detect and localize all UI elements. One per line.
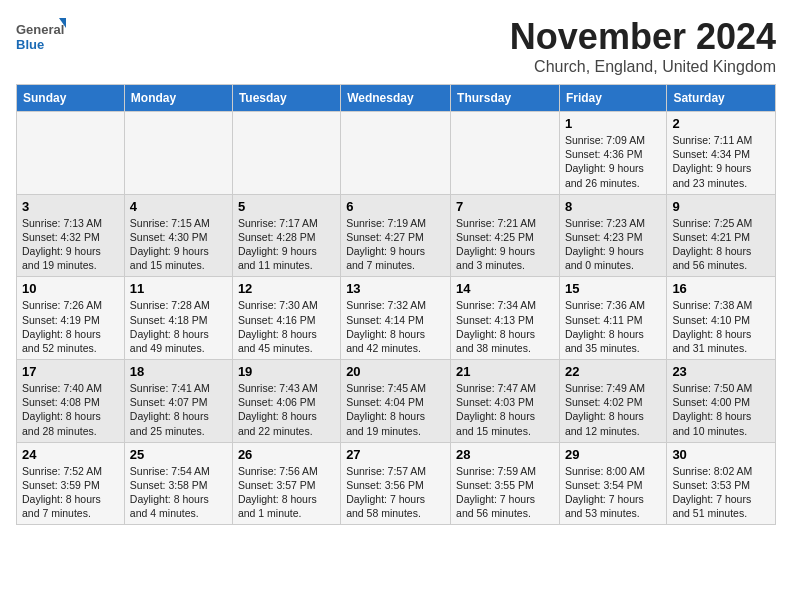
day-info: Sunrise: 7:47 AMSunset: 4:03 PMDaylight:… — [456, 381, 554, 438]
calendar-cell: 8Sunrise: 7:23 AMSunset: 4:23 PMDaylight… — [559, 194, 666, 277]
day-number: 29 — [565, 447, 661, 462]
calendar-cell: 6Sunrise: 7:19 AMSunset: 4:27 PMDaylight… — [341, 194, 451, 277]
day-info: Sunrise: 7:41 AMSunset: 4:07 PMDaylight:… — [130, 381, 227, 438]
calendar-cell: 13Sunrise: 7:32 AMSunset: 4:14 PMDayligh… — [341, 277, 451, 360]
calendar-table: SundayMondayTuesdayWednesdayThursdayFrid… — [16, 84, 776, 525]
calendar-cell: 24Sunrise: 7:52 AMSunset: 3:59 PMDayligh… — [17, 442, 125, 525]
day-number: 13 — [346, 281, 445, 296]
day-info: Sunrise: 7:09 AMSunset: 4:36 PMDaylight:… — [565, 133, 661, 190]
day-info: Sunrise: 7:49 AMSunset: 4:02 PMDaylight:… — [565, 381, 661, 438]
day-info: Sunrise: 7:13 AMSunset: 4:32 PMDaylight:… — [22, 216, 119, 273]
day-info: Sunrise: 7:21 AMSunset: 4:25 PMDaylight:… — [456, 216, 554, 273]
day-number: 20 — [346, 364, 445, 379]
day-info: Sunrise: 7:11 AMSunset: 4:34 PMDaylight:… — [672, 133, 770, 190]
calendar-cell: 1Sunrise: 7:09 AMSunset: 4:36 PMDaylight… — [559, 112, 666, 195]
day-info: Sunrise: 8:02 AMSunset: 3:53 PMDaylight:… — [672, 464, 770, 521]
calendar-cell: 15Sunrise: 7:36 AMSunset: 4:11 PMDayligh… — [559, 277, 666, 360]
day-number: 18 — [130, 364, 227, 379]
day-info: Sunrise: 7:52 AMSunset: 3:59 PMDaylight:… — [22, 464, 119, 521]
title-area: November 2024 Church, England, United Ki… — [510, 16, 776, 76]
calendar-cell: 11Sunrise: 7:28 AMSunset: 4:18 PMDayligh… — [124, 277, 232, 360]
month-title: November 2024 — [510, 16, 776, 58]
day-info: Sunrise: 7:38 AMSunset: 4:10 PMDaylight:… — [672, 298, 770, 355]
calendar-cell: 3Sunrise: 7:13 AMSunset: 4:32 PMDaylight… — [17, 194, 125, 277]
calendar-cell: 30Sunrise: 8:02 AMSunset: 3:53 PMDayligh… — [667, 442, 776, 525]
weekday-header-monday: Monday — [124, 85, 232, 112]
calendar-cell: 23Sunrise: 7:50 AMSunset: 4:00 PMDayligh… — [667, 360, 776, 443]
day-number: 26 — [238, 447, 335, 462]
calendar-cell: 12Sunrise: 7:30 AMSunset: 4:16 PMDayligh… — [232, 277, 340, 360]
day-info: Sunrise: 7:50 AMSunset: 4:00 PMDaylight:… — [672, 381, 770, 438]
day-info: Sunrise: 7:28 AMSunset: 4:18 PMDaylight:… — [130, 298, 227, 355]
logo: General Blue — [16, 16, 66, 56]
calendar-cell: 5Sunrise: 7:17 AMSunset: 4:28 PMDaylight… — [232, 194, 340, 277]
day-number: 4 — [130, 199, 227, 214]
calendar-cell: 27Sunrise: 7:57 AMSunset: 3:56 PMDayligh… — [341, 442, 451, 525]
day-info: Sunrise: 7:54 AMSunset: 3:58 PMDaylight:… — [130, 464, 227, 521]
day-number: 30 — [672, 447, 770, 462]
day-number: 3 — [22, 199, 119, 214]
calendar-cell — [451, 112, 560, 195]
weekday-header-wednesday: Wednesday — [341, 85, 451, 112]
day-number: 10 — [22, 281, 119, 296]
day-number: 6 — [346, 199, 445, 214]
day-number: 24 — [22, 447, 119, 462]
day-info: Sunrise: 7:59 AMSunset: 3:55 PMDaylight:… — [456, 464, 554, 521]
day-info: Sunrise: 7:23 AMSunset: 4:23 PMDaylight:… — [565, 216, 661, 273]
calendar-cell: 17Sunrise: 7:40 AMSunset: 4:08 PMDayligh… — [17, 360, 125, 443]
day-number: 9 — [672, 199, 770, 214]
day-number: 14 — [456, 281, 554, 296]
calendar-cell: 28Sunrise: 7:59 AMSunset: 3:55 PMDayligh… — [451, 442, 560, 525]
day-number: 8 — [565, 199, 661, 214]
location-title: Church, England, United Kingdom — [510, 58, 776, 76]
weekday-header-sunday: Sunday — [17, 85, 125, 112]
calendar-cell: 22Sunrise: 7:49 AMSunset: 4:02 PMDayligh… — [559, 360, 666, 443]
logo-svg: General Blue — [16, 16, 66, 56]
day-info: Sunrise: 7:26 AMSunset: 4:19 PMDaylight:… — [22, 298, 119, 355]
calendar-cell — [17, 112, 125, 195]
calendar-cell — [124, 112, 232, 195]
day-number: 7 — [456, 199, 554, 214]
day-info: Sunrise: 7:56 AMSunset: 3:57 PMDaylight:… — [238, 464, 335, 521]
day-info: Sunrise: 7:43 AMSunset: 4:06 PMDaylight:… — [238, 381, 335, 438]
day-info: Sunrise: 7:30 AMSunset: 4:16 PMDaylight:… — [238, 298, 335, 355]
calendar-cell: 7Sunrise: 7:21 AMSunset: 4:25 PMDaylight… — [451, 194, 560, 277]
day-number: 19 — [238, 364, 335, 379]
calendar-cell — [232, 112, 340, 195]
day-number: 15 — [565, 281, 661, 296]
calendar-cell: 9Sunrise: 7:25 AMSunset: 4:21 PMDaylight… — [667, 194, 776, 277]
day-info: Sunrise: 7:32 AMSunset: 4:14 PMDaylight:… — [346, 298, 445, 355]
day-info: Sunrise: 7:34 AMSunset: 4:13 PMDaylight:… — [456, 298, 554, 355]
day-number: 25 — [130, 447, 227, 462]
calendar-cell: 18Sunrise: 7:41 AMSunset: 4:07 PMDayligh… — [124, 360, 232, 443]
calendar-cell: 20Sunrise: 7:45 AMSunset: 4:04 PMDayligh… — [341, 360, 451, 443]
day-number: 16 — [672, 281, 770, 296]
day-info: Sunrise: 7:45 AMSunset: 4:04 PMDaylight:… — [346, 381, 445, 438]
day-info: Sunrise: 7:15 AMSunset: 4:30 PMDaylight:… — [130, 216, 227, 273]
svg-text:Blue: Blue — [16, 37, 44, 52]
day-number: 1 — [565, 116, 661, 131]
weekday-header-saturday: Saturday — [667, 85, 776, 112]
day-info: Sunrise: 8:00 AMSunset: 3:54 PMDaylight:… — [565, 464, 661, 521]
weekday-header-tuesday: Tuesday — [232, 85, 340, 112]
day-info: Sunrise: 7:19 AMSunset: 4:27 PMDaylight:… — [346, 216, 445, 273]
day-info: Sunrise: 7:57 AMSunset: 3:56 PMDaylight:… — [346, 464, 445, 521]
day-info: Sunrise: 7:17 AMSunset: 4:28 PMDaylight:… — [238, 216, 335, 273]
calendar-cell: 10Sunrise: 7:26 AMSunset: 4:19 PMDayligh… — [17, 277, 125, 360]
calendar-cell: 25Sunrise: 7:54 AMSunset: 3:58 PMDayligh… — [124, 442, 232, 525]
calendar-cell: 29Sunrise: 8:00 AMSunset: 3:54 PMDayligh… — [559, 442, 666, 525]
svg-text:General: General — [16, 22, 64, 37]
calendar-cell: 21Sunrise: 7:47 AMSunset: 4:03 PMDayligh… — [451, 360, 560, 443]
calendar-cell — [341, 112, 451, 195]
weekday-header-thursday: Thursday — [451, 85, 560, 112]
day-info: Sunrise: 7:25 AMSunset: 4:21 PMDaylight:… — [672, 216, 770, 273]
day-number: 23 — [672, 364, 770, 379]
day-number: 5 — [238, 199, 335, 214]
day-info: Sunrise: 7:40 AMSunset: 4:08 PMDaylight:… — [22, 381, 119, 438]
day-number: 27 — [346, 447, 445, 462]
day-info: Sunrise: 7:36 AMSunset: 4:11 PMDaylight:… — [565, 298, 661, 355]
day-number: 2 — [672, 116, 770, 131]
day-number: 11 — [130, 281, 227, 296]
day-number: 22 — [565, 364, 661, 379]
day-number: 28 — [456, 447, 554, 462]
